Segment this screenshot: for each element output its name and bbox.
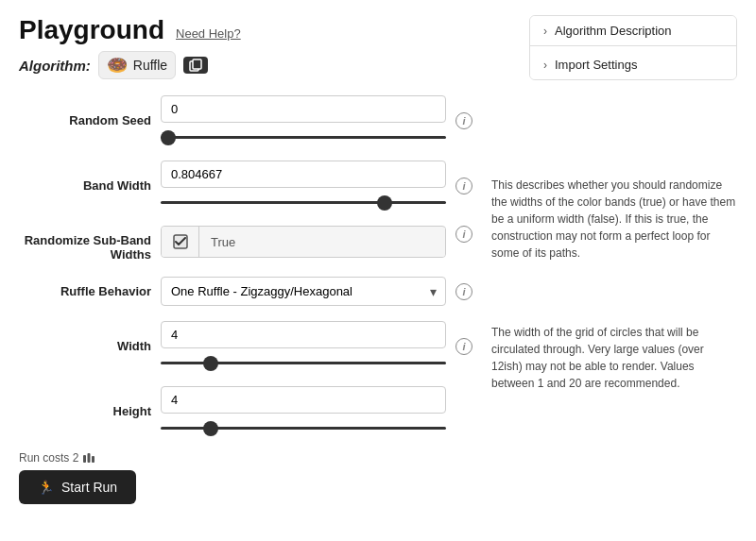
run-cost-icon: [82, 451, 95, 465]
random-seed-row: Random Seed i: [19, 95, 472, 145]
sidebar-item-algorithm-description[interactable]: › Algorithm Description: [530, 16, 736, 46]
random-seed-input-wrap: [161, 95, 446, 145]
width-desc-text: The width of the grid of circles that wi…: [491, 324, 737, 392]
algorithm-copy-button[interactable]: [183, 57, 208, 74]
height-label: Height: [19, 404, 151, 418]
run-cost-label: Run costs 2: [19, 451, 78, 465]
randomize-desc-text: This describes whether you should random…: [491, 177, 737, 262]
algorithm-icon: 🍩: [107, 55, 128, 76]
sidebar-item-import-settings[interactable]: › Import Settings: [530, 50, 736, 79]
random-seed-slider[interactable]: [161, 136, 446, 139]
ruffle-behavior-select[interactable]: One Ruffle - Zigzaggy/Hexagonal Two Ruff…: [161, 277, 446, 306]
svg-rect-1: [193, 59, 201, 69]
random-seed-label: Random Seed: [19, 113, 151, 127]
height-slider[interactable]: [161, 427, 446, 430]
randomize-sub-band-value: True: [199, 228, 445, 257]
width-info-icon[interactable]: i: [455, 338, 472, 355]
randomize-sub-band-info-icon[interactable]: i: [455, 226, 472, 243]
descriptions-panel: This describes whether you should random…: [491, 95, 737, 504]
band-width-row: Band Width i: [19, 161, 472, 211]
band-width-input[interactable]: [161, 161, 446, 188]
band-width-label: Band Width: [19, 178, 151, 193]
start-run-button[interactable]: 🏃 Start Run: [19, 470, 136, 504]
random-seed-input[interactable]: [161, 95, 446, 123]
chevron-icon: ›: [543, 25, 547, 38]
randomize-sub-band-checkbox[interactable]: [162, 227, 199, 257]
width-slider[interactable]: [161, 362, 446, 364]
run-section: Run costs 2 🏃 Start Run: [19, 451, 472, 504]
ruffle-behavior-label: Ruffle Behavior: [19, 284, 151, 298]
ruffle-behavior-select-container: One Ruffle - Zigzaggy/Hexagonal Two Ruff…: [161, 277, 446, 306]
sidebar-panel: › Algorithm Description › Import Setting…: [529, 15, 737, 80]
page-title: Playground: [19, 15, 164, 45]
ruffle-behavior-row: Ruffle Behavior One Ruffle - Zigzaggy/He…: [19, 277, 472, 306]
randomize-sub-band-wrap: True: [161, 226, 446, 258]
chevron-icon: ›: [543, 59, 547, 72]
start-run-label: Start Run: [61, 480, 117, 495]
band-width-input-wrap: [161, 161, 446, 211]
width-input-wrap: [161, 321, 446, 371]
height-row: Height i: [19, 386, 472, 436]
width-input[interactable]: [161, 321, 446, 348]
sidebar-item-label: Import Settings: [555, 58, 637, 72]
height-input[interactable]: [161, 386, 446, 414]
band-width-slider[interactable]: [161, 201, 446, 204]
band-width-info-icon[interactable]: i: [455, 178, 472, 194]
algorithm-label: Algorithm:: [19, 58, 91, 74]
sidebar-item-label: Algorithm Description: [555, 24, 672, 38]
randomize-sub-band-label: Randomize Sub-Band Widths: [19, 226, 151, 262]
run-cost: Run costs 2: [19, 451, 472, 465]
algorithm-badge[interactable]: 🍩 Ruffle: [98, 51, 176, 79]
algorithm-name: Ruffle: [133, 58, 167, 73]
width-row: Width i: [19, 321, 472, 371]
width-label: Width: [19, 339, 151, 353]
randomize-description: This describes whether you should random…: [491, 177, 737, 262]
ruffle-behavior-info-icon[interactable]: i: [455, 283, 472, 300]
height-input-wrap: [161, 386, 446, 436]
width-description: The width of the grid of circles that wi…: [491, 324, 737, 392]
random-seed-info-icon[interactable]: i: [455, 112, 472, 129]
svg-rect-5: [92, 456, 94, 463]
run-icon: 🏃: [38, 480, 54, 495]
svg-rect-4: [88, 453, 91, 463]
svg-rect-3: [83, 455, 86, 463]
help-link[interactable]: Need Help?: [176, 26, 241, 41]
